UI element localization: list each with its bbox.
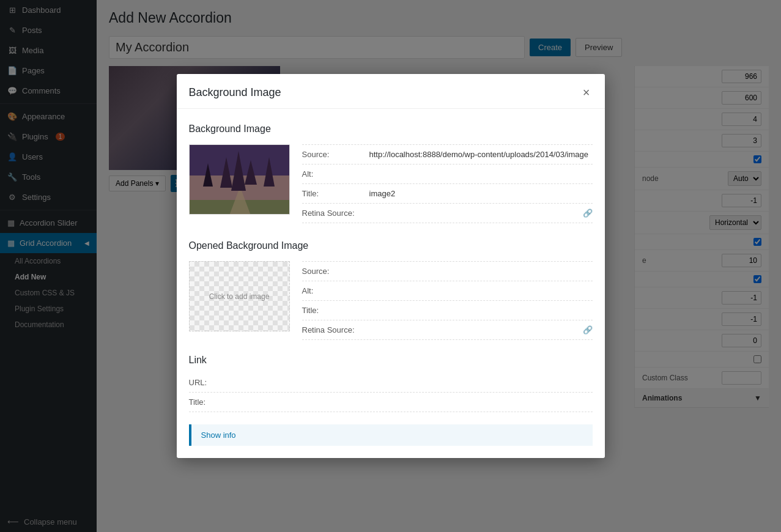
opened-alt-row: Alt: — [302, 281, 593, 301]
bg-image-row: Source: http://localhost:8888/demo/wp-co… — [189, 144, 593, 223]
link-section: Link URL: Title: — [189, 355, 593, 412]
opened-retina-row: Retina Source: 🔗 — [302, 320, 593, 340]
opened-retina-label: Retina Source: — [302, 325, 369, 334]
click-to-add-label: Click to add image — [209, 292, 270, 301]
bg-title-input[interactable] — [369, 189, 593, 198]
link-title-row: Title: — [189, 393, 593, 412]
opened-alt-label: Alt: — [302, 286, 369, 295]
bg-image-section: Background Image — [189, 121, 593, 223]
bg-alt-row: Alt: — [302, 164, 593, 184]
bg-image-thumb[interactable] — [189, 144, 290, 215]
bg-image-section-title: Background Image — [189, 121, 593, 135]
opened-retina-input[interactable] — [369, 325, 578, 334]
forest-image — [190, 145, 290, 215]
bg-retina-label: Retina Source: — [302, 209, 369, 218]
opened-bg-image-row: Click to add image Source: Alt: Title: — [189, 261, 593, 340]
opened-source-input[interactable] — [369, 267, 593, 276]
link-section-title: Link — [189, 355, 593, 366]
opened-alt-input[interactable] — [369, 286, 593, 295]
opened-bg-section-title: Opened Background Image — [189, 238, 593, 251]
modal-overlay[interactable]: Background Image × Background Image — [0, 0, 781, 532]
show-info-box: Show info — [189, 424, 593, 446]
link-url-row: URL: — [189, 373, 593, 393]
bg-retina-input[interactable] — [369, 209, 578, 218]
bg-retina-row: Retina Source: 🔗 — [302, 204, 593, 223]
link-url-label: URL: — [189, 378, 256, 387]
opened-retina-link-icon[interactable]: 🔗 — [583, 325, 593, 334]
opened-bg-image-fields: Source: Alt: Title: Retina Source: — [302, 261, 593, 340]
modal-title: Background Image — [189, 86, 281, 99]
background-image-modal: Background Image × Background Image — [177, 74, 605, 458]
modal-header: Background Image × — [177, 74, 605, 109]
opened-title-label: Title: — [302, 306, 369, 315]
bg-source-row: Source: http://localhost:8888/demo/wp-co… — [302, 144, 593, 164]
modal-body: Background Image — [177, 109, 605, 458]
forest-svg — [190, 145, 290, 215]
bg-retina-link-icon[interactable]: 🔗 — [583, 209, 593, 218]
bg-title-row: Title: — [302, 184, 593, 204]
modal-close-button[interactable]: × — [580, 84, 593, 101]
show-info-link[interactable]: Show info — [201, 430, 236, 440]
link-title-label: Title: — [189, 397, 256, 407]
bg-source-value: http://localhost:8888/demo/wp-content/up… — [369, 150, 593, 159]
opened-bg-image-placeholder[interactable]: Click to add image — [189, 261, 290, 331]
link-url-input[interactable] — [256, 378, 593, 387]
opened-source-label: Source: — [302, 267, 369, 276]
bg-image-fields: Source: http://localhost:8888/demo/wp-co… — [302, 144, 593, 223]
opened-title-row: Title: — [302, 301, 593, 320]
opened-source-row: Source: — [302, 261, 593, 281]
bg-alt-label: Alt: — [302, 169, 369, 179]
link-title-input[interactable] — [256, 397, 593, 407]
opened-title-input[interactable] — [369, 306, 593, 315]
bg-source-label: Source: — [302, 150, 369, 159]
bg-alt-input[interactable] — [369, 169, 593, 179]
bg-title-label: Title: — [302, 189, 369, 198]
opened-bg-image-section: Opened Background Image Click to add ima… — [189, 238, 593, 340]
